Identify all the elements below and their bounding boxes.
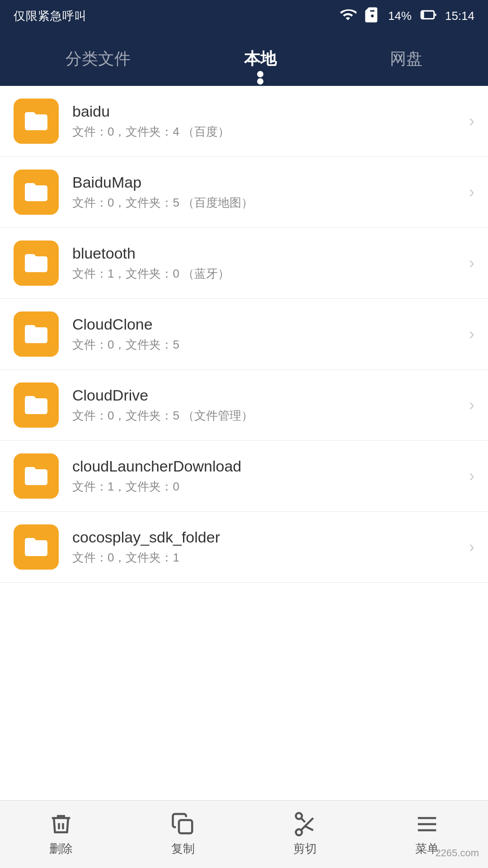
- carrier-text: 仅限紧急呼叫: [14, 8, 87, 24]
- svg-point-3: [296, 829, 302, 835]
- battery-text: 14%: [388, 9, 412, 23]
- file-list: baidu 文件：0，文件夹：4 （百度） › BaiduMap 文件：0，文件…: [0, 86, 488, 800]
- chevron-right-icon: ›: [469, 538, 474, 557]
- file-name: cocosplay_sdk_folder: [72, 528, 465, 546]
- menu-icon: [415, 812, 439, 836]
- file-meta: 文件：0，文件夹：5 （百度地图）: [72, 195, 465, 211]
- cut-icon: [293, 812, 317, 836]
- folder-icon: [14, 524, 59, 570]
- list-item[interactable]: BaiduMap 文件：0，文件夹：5 （百度地图） ›: [0, 157, 488, 228]
- file-info: BaiduMap 文件：0，文件夹：5 （百度地图）: [72, 174, 465, 211]
- status-icons: 14% 15:14: [339, 6, 474, 26]
- file-meta: 文件：1，文件夹：0 （蓝牙）: [72, 266, 465, 282]
- file-name: CloudClone: [72, 316, 465, 333]
- header-tabs: 分类文件 本地 网盘: [0, 32, 488, 86]
- list-item[interactable]: cloudLauncherDownload 文件：1，文件夹：0 ›: [0, 441, 488, 512]
- folder-icon: [14, 241, 59, 286]
- chevron-right-icon: ›: [469, 325, 474, 344]
- copy-label: 复制: [171, 841, 195, 857]
- file-info: CloudDrive 文件：0，文件夹：5 （文件管理）: [72, 387, 465, 424]
- cut-label: 剪切: [293, 841, 317, 857]
- svg-line-7: [305, 826, 313, 830]
- copy-icon: [171, 812, 195, 836]
- list-item[interactable]: CloudDrive 文件：0，文件夹：5 （文件管理） ›: [0, 370, 488, 441]
- list-item[interactable]: CloudClone 文件：0，文件夹：5 ›: [0, 299, 488, 370]
- chevron-right-icon: ›: [469, 183, 474, 202]
- file-meta: 文件：0，文件夹：4 （百度）: [72, 124, 465, 140]
- file-info: bluetooth 文件：1，文件夹：0 （蓝牙）: [72, 245, 465, 282]
- file-meta: 文件：0，文件夹：1: [72, 550, 465, 566]
- watermark: 2265.com: [435, 847, 479, 859]
- list-item[interactable]: baidu 文件：0，文件夹：4 （百度） ›: [0, 86, 488, 157]
- list-item[interactable]: bluetooth 文件：1，文件夹：0 （蓝牙） ›: [0, 228, 488, 299]
- folder-icon: [14, 382, 59, 428]
- file-info: baidu 文件：0，文件夹：4 （百度）: [72, 103, 465, 140]
- delete-label: 删除: [49, 841, 73, 857]
- status-bar: 仅限紧急呼叫 14% 15:14: [0, 0, 488, 32]
- cut-button[interactable]: 剪切: [244, 812, 366, 857]
- file-info: cocosplay_sdk_folder 文件：0，文件夹：1: [72, 528, 465, 566]
- bottom-toolbar: 删除 复制 剪切 菜单: [0, 800, 488, 868]
- file-meta: 文件：0，文件夹：5: [72, 337, 465, 353]
- list-item[interactable]: cocosplay_sdk_folder 文件：0，文件夹：1 ›: [0, 512, 488, 583]
- tab-local[interactable]: 本地: [226, 39, 295, 79]
- wifi-icon: [339, 6, 357, 26]
- tab-cloud[interactable]: 网盘: [372, 39, 441, 79]
- chevron-right-icon: ›: [469, 112, 474, 131]
- battery-icon: [419, 6, 438, 26]
- svg-rect-2: [179, 820, 192, 833]
- sim-icon: [364, 6, 381, 26]
- file-meta: 文件：1，文件夹：0: [72, 479, 465, 495]
- folder-icon: [14, 453, 59, 499]
- file-info: cloudLauncherDownload 文件：1，文件夹：0: [72, 458, 465, 495]
- folder-icon: [14, 170, 59, 215]
- chevron-right-icon: ›: [469, 467, 474, 486]
- chevron-right-icon: ›: [469, 254, 474, 273]
- file-name: cloudLauncherDownload: [72, 458, 465, 475]
- file-name: bluetooth: [72, 245, 465, 262]
- file-name: baidu: [72, 103, 465, 120]
- svg-point-4: [296, 813, 302, 819]
- file-name: BaiduMap: [72, 174, 465, 191]
- copy-button[interactable]: 复制: [122, 812, 244, 857]
- delete-icon: [49, 812, 73, 836]
- folder-icon: [14, 99, 59, 144]
- delete-button[interactable]: 删除: [0, 812, 122, 857]
- file-meta: 文件：0，文件夹：5 （文件管理）: [72, 408, 465, 424]
- tab-categories[interactable]: 分类文件: [47, 39, 149, 79]
- file-info: CloudClone 文件：0，文件夹：5: [72, 316, 465, 353]
- time-text: 15:14: [445, 9, 474, 23]
- svg-rect-1: [422, 11, 424, 18]
- folder-icon: [14, 311, 59, 357]
- svg-line-6: [301, 818, 305, 822]
- file-name: CloudDrive: [72, 387, 465, 404]
- chevron-right-icon: ›: [469, 396, 474, 415]
